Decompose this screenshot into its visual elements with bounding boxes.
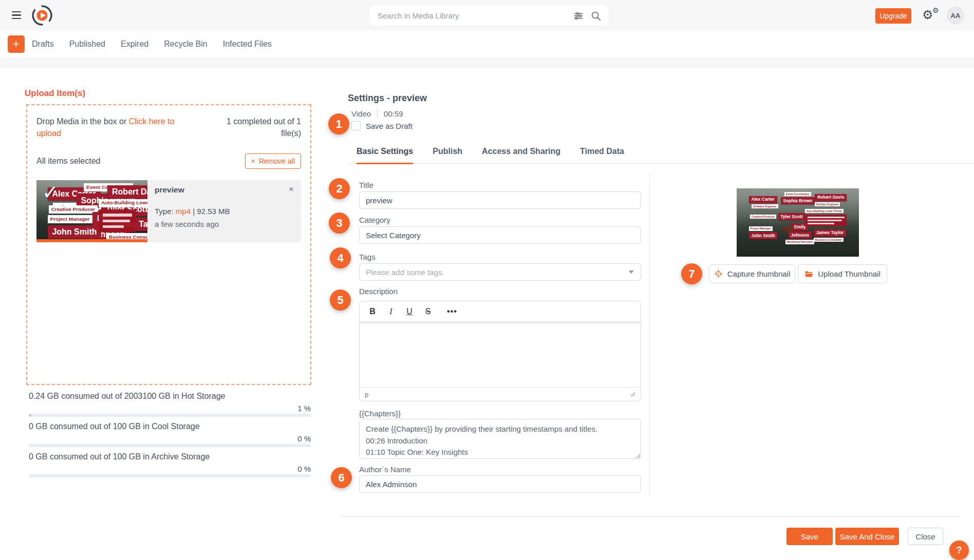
uploaded-file-card: ✓Alex CarterSoftware EngineerEvent Coord… [36,180,301,242]
cool-storage-label: 0 GB consumed out of 100 GB in Cool Stor… [29,422,200,431]
step-marker-7: 7 [681,263,702,284]
video-name-badge: James TaylorBusiness Consultant [814,229,846,242]
save-button[interactable]: Save [786,528,833,545]
vertical-divider [377,109,378,118]
tab-expired[interactable]: Expired [121,40,148,49]
add-media-button[interactable]: + [8,35,25,53]
video-name-badge: Project ManagerJohn Smith [749,226,778,239]
description-editor: B I U S ••• p [359,301,641,401]
drop-media-text: Drop Media in the box or Click here to u… [36,115,196,139]
tab-publish[interactable]: Publish [433,147,462,164]
title-field-label: Title [359,181,373,189]
lower-thirds-info-body [805,215,847,226]
tab-infected-files[interactable]: Infected Files [223,40,272,49]
editor-block-tag: p [365,391,368,398]
step-marker-4: 4 [330,247,351,268]
tab-timed-data[interactable]: Timed Data [580,147,624,164]
video-name-text: Robert Davis [815,194,847,201]
file-type-value: mp4 [176,207,191,216]
remove-all-button[interactable]: × Remove all [245,153,301,169]
user-avatar[interactable]: AA [947,7,964,24]
video-name-text: James Taylor [814,229,846,237]
video-name-badge: Project ManagerJohn Smith [48,215,102,239]
italic-button[interactable]: I [387,307,395,316]
file-info-panel: preview × Type: mp4 | 92.53 MB a few sec… [147,180,301,242]
upload-dropzone[interactable]: Drop Media in the box or Click here to u… [26,104,311,385]
capture-thumbnail-button[interactable]: Capture thumbnail [709,264,795,283]
lower-thirds-info-title: Auto-Building Lower Thirds [805,209,844,213]
tab-published[interactable]: Published [69,40,105,49]
tab-drafts[interactable]: Drafts [32,40,54,49]
upload-completed-summary: 1 completed out of 1 file(s) [213,115,301,139]
save-as-draft-label: Save as Draft [366,122,413,130]
description-editor-body[interactable] [360,322,641,387]
video-role-label: Project Manager [48,215,92,223]
step-marker-2: 2 [329,178,350,199]
upload-items-heading: Upload Item(s) [25,88,85,99]
tags-input[interactable] [359,263,641,281]
description-field-label: Description [359,287,398,296]
app-logo [30,3,54,28]
video-name-badge: Event CoordinatorSophia Brown [781,192,815,205]
chevron-down-icon[interactable] [629,271,634,274]
upload-thumbnail-button[interactable]: Upload Thumbnail [798,264,887,283]
title-input[interactable] [359,191,641,209]
upload-progress-bar [36,239,147,242]
editor-status-bar: p [360,387,641,401]
category-select[interactable] [359,226,641,244]
video-role-label: Creative Producer [750,215,776,219]
hamburger-menu-icon[interactable] [12,11,21,19]
bold-button[interactable]: B [369,307,376,316]
file-upload-time: a few seconds ago [155,220,294,228]
content-divider-strip [0,57,974,68]
file-meta: Type: mp4 | 92.53 MB [155,207,294,216]
video-role-label: Project Manager [749,226,773,230]
video-name-text: Alex Carter [749,196,777,203]
settings-tabs: Basic Settings Publish Access and Sharin… [357,147,624,164]
remove-file-icon[interactable]: × [289,185,294,194]
underline-button[interactable]: U [406,307,413,316]
video-thumbnail-preview: Alex CarterSoftware EngineerEvent Coordi… [737,188,859,257]
video-role-label: Software Engineer [752,204,778,208]
video-name-text: Sophia Brown [781,197,815,204]
folder-icon [804,269,813,278]
footer-divider [339,516,961,517]
settings-panel-title: Settings - preview [348,93,427,104]
file-size: 92.53 MB [197,207,230,216]
save-as-draft-checkbox[interactable] [351,121,361,130]
resize-handle-icon[interactable] [630,392,635,397]
search-input[interactable] [377,11,567,21]
author-name-input[interactable] [359,475,641,493]
upgrade-button[interactable]: Upgrade [875,8,911,24]
more-tools-button[interactable]: ••• [447,307,457,316]
tab-basic-settings[interactable]: Basic Settings [357,147,413,164]
settings-gears-icon[interactable]: ⚙⚙ [922,7,941,24]
video-name-badge: Alex CarterSoftware Engineer [749,196,778,209]
video-name-badge: Creative ProducerTyler Scott [750,213,805,220]
hot-storage-label: 0.24 GB consumed out of 2003100 GB in Ho… [29,392,225,401]
strikethrough-button[interactable]: S [424,307,432,316]
lower-thirds-info-body [99,209,136,232]
form-thumbnail-divider [649,173,650,496]
media-type: Video [351,109,371,118]
file-thumbnail[interactable]: ✓Alex CarterSoftware EngineerEvent Coord… [36,180,147,242]
filter-sliders-icon[interactable] [573,10,584,22]
top-bar: Upgrade ⚙⚙ AA [0,0,974,31]
lower-thirds-info-title: Auto-Building Lower Thirds [99,199,147,207]
media-duration: 00:59 [384,109,403,118]
search-icon[interactable] [590,10,602,22]
capture-crosshair-icon [714,269,723,278]
help-button[interactable]: ? [949,540,969,560]
step-marker-6: 6 [331,467,352,488]
tab-access-and-sharing[interactable]: Access and Sharing [482,147,560,164]
selected-check-icon: ✓ [42,183,59,202]
chapters-textarea[interactable]: Create {{Chapters}} by providing their s… [359,419,641,459]
tab-recycle-bin[interactable]: Recycle Bin [164,40,207,49]
close-button[interactable]: Close [908,528,943,545]
video-role-label: Event Coordinator [784,192,811,196]
media-library-page: Upgrade ⚙⚙ AA + Drafts Published Expired… [0,0,974,560]
save-and-close-button[interactable]: Save And Close [835,528,899,545]
archive-storage-label: 0 GB consumed out of 100 GB in Archive S… [29,452,210,461]
lower-thirds-info-block: Auto-Building Lower Thirds [805,209,847,226]
video-name-text: Johnson [789,231,812,239]
